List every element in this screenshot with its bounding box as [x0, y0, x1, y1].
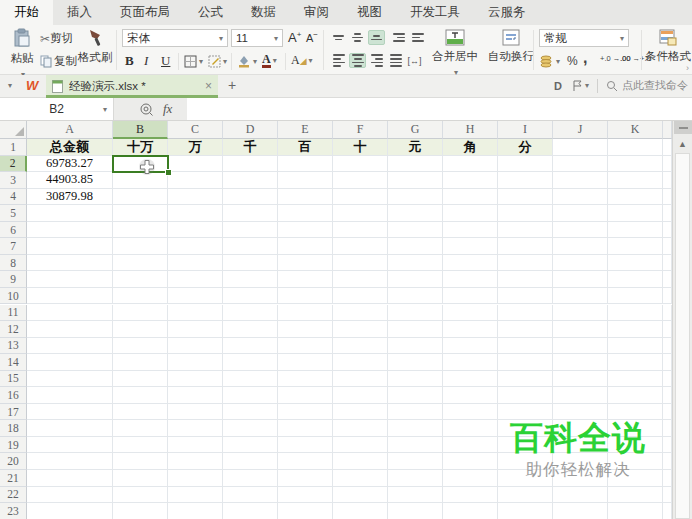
- cell-K9[interactable]: [608, 271, 663, 288]
- cell-G15[interactable]: [388, 371, 443, 388]
- cell-F4[interactable]: [333, 189, 388, 206]
- cell-I23[interactable]: [498, 503, 553, 519]
- row-header-13[interactable]: 13: [0, 338, 27, 355]
- cell-B19[interactable]: [113, 437, 168, 454]
- column-header-F[interactable]: F: [333, 121, 388, 139]
- draw-border-button[interactable]: ▾: [208, 55, 227, 68]
- cell-I3[interactable]: [498, 172, 553, 189]
- cell-I13[interactable]: [498, 338, 553, 355]
- cell-K8[interactable]: [608, 255, 663, 272]
- cell-I10[interactable]: [498, 288, 553, 305]
- cell-C12[interactable]: [168, 321, 223, 338]
- wps-logo[interactable]: W: [26, 78, 38, 93]
- cell-A3[interactable]: 44903.85: [27, 172, 113, 189]
- cell-J22[interactable]: [553, 487, 608, 504]
- cell-C10[interactable]: [168, 288, 223, 305]
- cell-K5[interactable]: [608, 205, 663, 222]
- cell-D16[interactable]: [223, 387, 278, 404]
- cell-D22[interactable]: [223, 487, 278, 504]
- cell-K17[interactable]: [608, 404, 663, 421]
- cell-E12[interactable]: [278, 321, 333, 338]
- row-header-17[interactable]: 17: [0, 404, 27, 421]
- doc-mode-icon[interactable]: D: [554, 80, 562, 92]
- cell-I7[interactable]: [498, 238, 553, 255]
- cell-E23[interactable]: [278, 503, 333, 519]
- cell-B4[interactable]: [113, 189, 168, 206]
- cell-G11[interactable]: [388, 305, 443, 322]
- cell-A12[interactable]: [27, 321, 113, 338]
- cell-J13[interactable]: [553, 338, 608, 355]
- column-header-H[interactable]: H: [443, 121, 498, 139]
- cell-K15[interactable]: [608, 371, 663, 388]
- cell-F19[interactable]: [333, 437, 388, 454]
- cell-I9[interactable]: [498, 271, 553, 288]
- cell-H11[interactable]: [443, 305, 498, 322]
- ribbon-tab-2[interactable]: 插入: [53, 0, 106, 25]
- bold-button[interactable]: B: [125, 53, 134, 69]
- cell-E4[interactable]: [278, 189, 333, 206]
- cell-E1[interactable]: 百: [278, 139, 333, 156]
- column-header-C[interactable]: C: [168, 121, 223, 139]
- clear-format-button[interactable]: A◢▾: [291, 53, 313, 68]
- distribute-button[interactable]: [↔]: [406, 53, 423, 68]
- cell-A1[interactable]: 总金额: [27, 139, 113, 156]
- cell-H8[interactable]: [443, 255, 498, 272]
- cell-A11[interactable]: [27, 305, 113, 322]
- cell-C8[interactable]: [168, 255, 223, 272]
- cell-C13[interactable]: [168, 338, 223, 355]
- cell-H2[interactable]: [443, 156, 498, 173]
- column-header-I[interactable]: I: [498, 121, 553, 139]
- cell-E8[interactable]: [278, 255, 333, 272]
- column-header-A[interactable]: A: [27, 121, 113, 139]
- cell-stub10[interactable]: [663, 288, 672, 305]
- row-header-19[interactable]: 19: [0, 437, 27, 454]
- cell-G18[interactable]: [388, 420, 443, 437]
- scrollbar-split-handle[interactable]: [674, 121, 692, 134]
- cell-A16[interactable]: [27, 387, 113, 404]
- cell-B8[interactable]: [113, 255, 168, 272]
- decrease-indent-button[interactable]: [390, 30, 407, 45]
- row-header-15[interactable]: 15: [0, 371, 27, 388]
- cell-J5[interactable]: [553, 205, 608, 222]
- cell-F8[interactable]: [333, 255, 388, 272]
- find-command-text[interactable]: 点此查找命令: [622, 78, 688, 93]
- cell-H20[interactable]: [443, 453, 498, 470]
- cell-D19[interactable]: [223, 437, 278, 454]
- cell-E16[interactable]: [278, 387, 333, 404]
- cell-K11[interactable]: [608, 305, 663, 322]
- cell-F6[interactable]: [333, 222, 388, 239]
- cell-C1[interactable]: 万: [168, 139, 223, 156]
- row-header-16[interactable]: 16: [0, 387, 27, 404]
- cell-J23[interactable]: [553, 503, 608, 519]
- cell-F3[interactable]: [333, 172, 388, 189]
- search-icon[interactable]: [606, 80, 618, 92]
- cell-A6[interactable]: [27, 222, 113, 239]
- cell-stub13[interactable]: [663, 338, 672, 355]
- cell-B7[interactable]: [113, 238, 168, 255]
- ribbon-overflow-chevron[interactable]: ›: [686, 63, 689, 73]
- cell-D21[interactable]: [223, 470, 278, 487]
- cell-D7[interactable]: [223, 238, 278, 255]
- cell-E5[interactable]: [278, 205, 333, 222]
- cell-C15[interactable]: [168, 371, 223, 388]
- cell-B9[interactable]: [113, 271, 168, 288]
- select-all-corner[interactable]: [0, 121, 27, 139]
- fill-color-button[interactable]: ▾: [237, 54, 257, 68]
- increase-font-button[interactable]: A+: [288, 30, 301, 45]
- number-format-select[interactable]: 常规▾: [539, 29, 629, 47]
- cell-F13[interactable]: [333, 338, 388, 355]
- currency-button[interactable]: ▾: [539, 54, 560, 68]
- font-size-select[interactable]: 11▾: [231, 29, 283, 47]
- cell-stub11[interactable]: [663, 305, 672, 322]
- cell-D23[interactable]: [223, 503, 278, 519]
- cell-C11[interactable]: [168, 305, 223, 322]
- cell-J15[interactable]: [553, 371, 608, 388]
- cell-G17[interactable]: [388, 404, 443, 421]
- cell-stub21[interactable]: [663, 470, 672, 487]
- ribbon-tab-1[interactable]: 开始: [0, 0, 53, 25]
- cell-A4[interactable]: 30879.98: [27, 189, 113, 206]
- cell-H1[interactable]: 角: [443, 139, 498, 156]
- cell-D20[interactable]: [223, 453, 278, 470]
- cell-H9[interactable]: [443, 271, 498, 288]
- cell-J17[interactable]: [553, 404, 608, 421]
